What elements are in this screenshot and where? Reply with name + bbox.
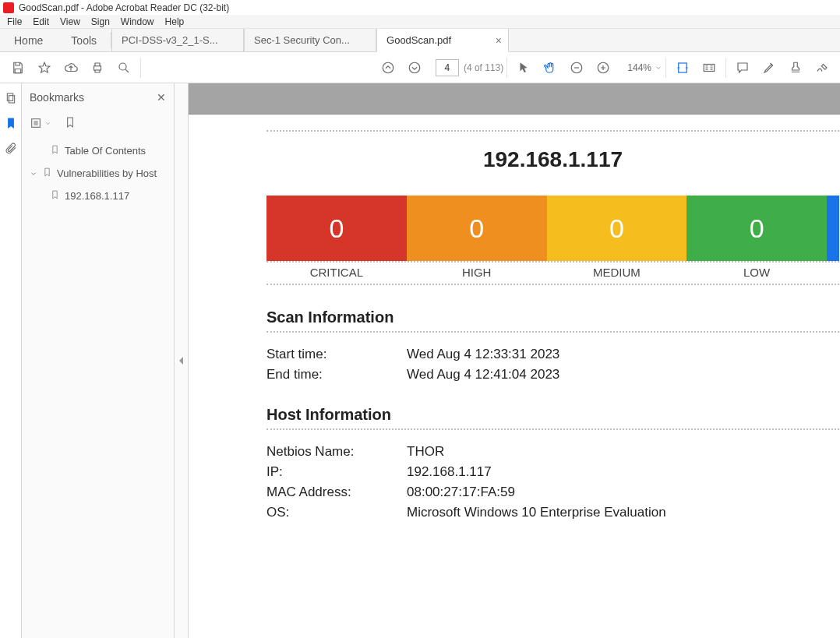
ip-value: 192.168.1.117 (407, 464, 839, 480)
bookmark-icon (50, 189, 60, 203)
severity-label: MEDIUM (547, 266, 687, 279)
netbios-value: THOR (407, 444, 839, 460)
zoom-value: 144% (627, 62, 651, 73)
acrobat-icon (3, 2, 14, 13)
bookmark-host-ip[interactable]: 192.168.1.117 (26, 185, 169, 207)
svg-rect-7 (704, 64, 715, 71)
start-time-label: Start time: (266, 347, 407, 362)
severity-count: 0 (329, 213, 344, 244)
chevron-down-icon (655, 64, 662, 72)
sign-icon[interactable] (809, 55, 835, 81)
page-up-icon[interactable] (375, 55, 401, 81)
doctab-label: GoodScan.pdf (386, 34, 451, 46)
chevron-left-icon (179, 357, 183, 365)
comment-icon[interactable] (729, 55, 756, 81)
doctab-pci[interactable]: PCI-DSS-v3_2_1-S... (111, 29, 244, 51)
page-down-icon[interactable] (401, 55, 428, 81)
end-time-label: End time: (266, 367, 407, 382)
menu-sign[interactable]: Sign (86, 16, 115, 27)
toolbar-separator (140, 58, 141, 78)
save-icon[interactable] (5, 55, 31, 81)
highlight-icon[interactable] (756, 55, 782, 81)
end-time-value: Wed Aug 4 12:41:04 2023 (407, 367, 839, 382)
document-view[interactable]: 192.168.1.117 0 0 0 0 (189, 83, 840, 638)
hand-pan-icon[interactable] (537, 55, 563, 81)
bookmark-options-icon[interactable] (30, 117, 51, 129)
menu-view[interactable]: View (55, 16, 86, 27)
ip-label: IP: (266, 464, 407, 480)
page-number-input[interactable] (436, 59, 459, 76)
thumbnails-icon[interactable] (4, 91, 18, 105)
bookmark-label: 192.168.1.117 (65, 190, 129, 202)
bookmarks-panel: Bookmarks ✕ Table Of Contents Vulnerabil… (22, 83, 175, 638)
zoom-out-icon[interactable] (563, 55, 590, 81)
start-time-value: Wed Aug 4 12:33:31 2023 (407, 347, 839, 362)
tab-home[interactable]: Home (0, 29, 57, 51)
toolbar-separator (506, 58, 507, 78)
close-icon[interactable]: × (496, 34, 502, 47)
dotted-divider (266, 130, 839, 132)
find-bookmark-icon[interactable] (64, 116, 76, 131)
tab-tools[interactable]: Tools (57, 29, 111, 51)
severity-count: 0 (469, 213, 484, 244)
doctab-goodscan[interactable]: GoodScan.pdf × (376, 29, 509, 52)
menu-bar: File Edit View Sign Window Help (0, 15, 840, 29)
print-icon[interactable] (84, 55, 111, 81)
page-count-label: (4 of 113) (464, 62, 503, 73)
severity-labels: CRITICAL HIGH MEDIUM LOW (266, 266, 839, 279)
severity-label: HIGH (407, 266, 547, 279)
dotted-divider (266, 261, 839, 263)
menu-help[interactable]: Help (160, 16, 190, 27)
main-area: Bookmarks ✕ Table Of Contents Vulnerabil… (0, 83, 840, 638)
bookmarks-icon[interactable] (4, 116, 18, 130)
bookmarks-title: Bookmarks (30, 91, 84, 104)
dotted-divider (266, 428, 839, 430)
read-mode-icon[interactable] (696, 55, 722, 81)
bookmark-icon (50, 144, 60, 157)
severity-count: 0 (750, 213, 764, 244)
zoom-level[interactable]: 144% (627, 62, 662, 73)
severity-label: LOW (686, 266, 827, 279)
attachments-icon[interactable] (4, 141, 18, 155)
severity-high: 0 (407, 196, 547, 261)
severity-info-edge (827, 196, 839, 261)
window-title: GoodScan.pdf - Adobe Acrobat Reader DC (… (19, 2, 229, 13)
doctab-sec1[interactable]: Sec-1 Security Con... (244, 29, 376, 51)
bookmark-toc[interactable]: Table Of Contents (26, 139, 169, 162)
menu-edit[interactable]: Edit (27, 16, 55, 27)
severity-critical: 0 (266, 196, 407, 261)
cloud-upload-icon[interactable] (58, 55, 84, 81)
menu-file[interactable]: File (2, 16, 27, 27)
scan-info-table: Start time: Wed Aug 4 12:33:31 2023 End … (266, 347, 839, 382)
svg-rect-8 (7, 93, 12, 100)
bookmark-icon (42, 167, 52, 180)
left-rail (0, 83, 22, 638)
menu-window[interactable]: Window (115, 16, 160, 27)
zoom-in-icon[interactable] (590, 55, 616, 81)
section-scan-info: Scan Information (266, 308, 839, 326)
bookmark-vuln-by-host[interactable]: Vulnerabilities by Host (26, 162, 169, 185)
svg-point-2 (383, 62, 394, 73)
close-panel-icon[interactable]: ✕ (157, 91, 166, 104)
doctab-label: Sec-1 Security Con... (254, 34, 350, 46)
severity-count: 0 (609, 213, 624, 244)
window-titlebar: GoodScan.pdf - Adobe Acrobat Reader DC (… (0, 0, 840, 15)
severity-medium: 0 (547, 196, 687, 261)
chevron-down-icon[interactable] (30, 170, 37, 178)
bookmark-label: Table Of Contents (65, 145, 146, 157)
dotted-divider (266, 284, 839, 285)
svg-point-1 (119, 63, 126, 70)
toolbar-separator (725, 58, 726, 78)
select-cursor-icon[interactable] (510, 55, 537, 81)
star-icon[interactable] (31, 55, 58, 81)
section-host-info: Host Information (266, 406, 839, 424)
search-icon[interactable] (111, 55, 137, 81)
panel-collapse-handle[interactable] (175, 83, 189, 638)
pdf-page: 192.168.1.117 0 0 0 0 (189, 115, 840, 638)
svg-rect-6 (679, 63, 687, 72)
svg-point-3 (409, 62, 420, 73)
fit-width-icon[interactable] (669, 55, 696, 81)
severity-summary: 0 0 0 0 (266, 196, 839, 261)
severity-low: 0 (686, 196, 827, 261)
stamp-icon[interactable] (782, 55, 809, 81)
